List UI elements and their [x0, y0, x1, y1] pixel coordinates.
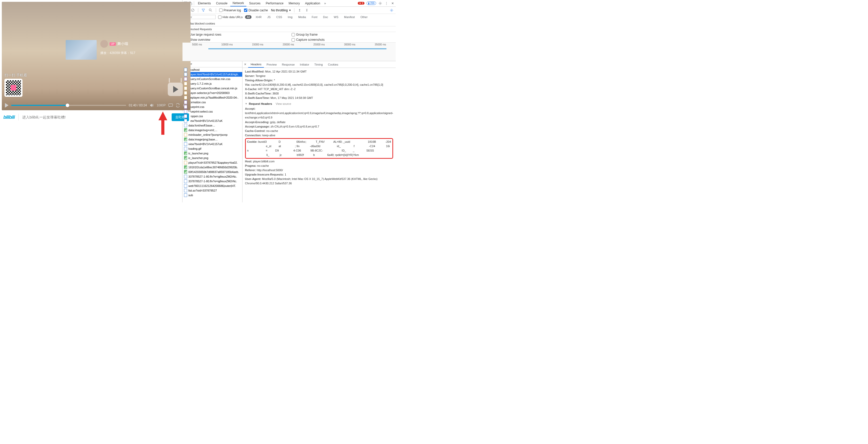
info-badge[interactable]: ▮ 266	[367, 2, 376, 5]
filter-ws[interactable]: WS	[332, 15, 340, 19]
request-row[interactable]: view?bvid=BV1Vv41157uK	[183, 142, 242, 146]
detail-tab-cookies[interactable]: Cookies	[326, 62, 341, 67]
detail-tab-initiator[interactable]: Initiator	[297, 62, 312, 67]
disable-cache-checkbox[interactable]: Disable cache	[244, 8, 268, 12]
request-row[interactable]: liteplayer.min.js?lastModified=2020-04-.	[183, 95, 242, 100]
headers-content[interactable]: Last-Modified: Mon, 12 Apr 2021 03:11:34…	[243, 68, 396, 202]
screenshots-checkbox[interactable]: Capture screenshots	[291, 38, 393, 41]
request-row[interactable]: ic_launcher.png	[183, 156, 242, 160]
filter-icon[interactable]	[202, 8, 206, 12]
file-icon	[184, 105, 187, 109]
tab-memory[interactable]: Memory	[286, 1, 302, 6]
detail-tab-response[interactable]: Response	[279, 62, 297, 67]
request-name: 337878527-1-80.flv?e=ig8euxZM2rNc.	[188, 180, 237, 183]
request-row[interactable]: ic_launcher.png	[183, 151, 242, 156]
request-row[interactable]: localhost	[183, 67, 242, 72]
tab-console[interactable]: Console	[214, 1, 230, 6]
quality-button[interactable]: 1080P	[157, 103, 166, 108]
request-row[interactable]: view?bvid=BV1Vv41157uK	[183, 118, 242, 123]
bilibili-logo[interactable]: bilibili	[3, 114, 15, 120]
show-overview-checkbox[interactable]: Show overview	[185, 38, 287, 41]
request-headers-section[interactable]: Request HeadersView source	[245, 102, 393, 106]
big-play-button[interactable]	[168, 82, 183, 96]
filter-manifest[interactable]: Manifest	[342, 15, 356, 19]
filter-css[interactable]: CSS	[275, 15, 284, 19]
request-row[interactable]: data:font/woff;base…	[183, 123, 242, 128]
tab-network[interactable]: Network	[230, 0, 246, 6]
clear-icon[interactable]	[191, 8, 195, 12]
request-row[interactable]: list.so?oid=337878527	[183, 188, 242, 193]
danmu-input[interactable]	[22, 115, 172, 119]
danmu-icon[interactable]	[168, 103, 173, 108]
file-icon	[184, 72, 187, 76]
svg-rect-0	[168, 104, 173, 106]
devtools-tabs: Elements Console Network Sources Perform…	[183, 0, 396, 7]
detail-tab-preview[interactable]: Preview	[264, 62, 279, 67]
request-row[interactable]: sub	[183, 193, 242, 198]
download-icon[interactable]: ↧	[305, 8, 309, 12]
request-row[interactable]: player-selector.js?ver=20200903	[183, 91, 242, 95]
network-body: Name localhostplayer.html?bvid=BV1Vv4115…	[183, 61, 396, 202]
hide-data-urls-checkbox[interactable]: Hide data URLs	[218, 15, 243, 19]
request-row[interactable]: blueprint-select.css	[183, 109, 242, 114]
tab-application[interactable]: Application	[303, 1, 322, 6]
loop-icon[interactable]	[176, 103, 180, 108]
volume-icon[interactable]	[149, 103, 154, 108]
request-row[interactable]: jquery.mCustomScrollbar.min.css	[183, 77, 242, 81]
preserve-log-checkbox[interactable]: Preserve log	[219, 8, 241, 12]
filter-xhr[interactable]: XHR	[254, 15, 263, 19]
request-row[interactable]: cropper.css	[183, 114, 242, 118]
filter-media[interactable]: Media	[297, 15, 308, 19]
tab-elements[interactable]: Elements	[196, 1, 213, 6]
group-frame-checkbox[interactable]: Group by frame	[291, 33, 393, 36]
request-row[interactable]: blueprint.css	[183, 105, 242, 109]
play-button[interactable]	[5, 103, 8, 108]
gear-icon[interactable]	[378, 1, 382, 5]
more-tabs-icon[interactable]: »	[323, 1, 327, 5]
header-row: X-Swift-CacheTime: 3600	[245, 91, 393, 96]
search-icon[interactable]	[209, 8, 213, 12]
kebab-icon[interactable]: ⋮	[384, 1, 389, 5]
qr-code[interactable]	[4, 79, 23, 97]
video-stats: 播放：428359 弹幕：517	[100, 51, 135, 55]
timeline-overview[interactable]: 5000 ms 10000 ms 15000 ms 20000 ms 25000…	[183, 43, 396, 61]
request-name: jquery.mCustomScrollbar.min.css	[188, 77, 230, 80]
uploader-name[interactable]: 舞小喵	[117, 41, 128, 46]
throttling-select[interactable]: No throttling ▼	[271, 8, 291, 12]
filter-all[interactable]: All	[245, 15, 251, 19]
name-column-header[interactable]: Name	[183, 61, 242, 67]
request-row[interactable]: player.html?bvid=BV1Vv41157uK&high.	[183, 72, 242, 77]
close-icon[interactable]: ✕	[391, 1, 395, 5]
tab-sources[interactable]: Sources	[247, 1, 263, 6]
request-row[interactable]: miniloader_online?jsonp=jsonp	[183, 132, 242, 137]
request-row[interactable]: playurl?cid=337878527&appkey=ba02.	[183, 160, 242, 165]
filter-font[interactable]: Font	[310, 15, 319, 19]
upload-icon[interactable]: ↥	[298, 8, 302, 12]
request-row[interactable]: data:image/svg+xml;…	[183, 128, 242, 132]
filter-img[interactable]: Img	[286, 15, 294, 19]
detail-tab-timing[interactable]: Timing	[312, 62, 326, 67]
request-row[interactable]: web?001111621264200686|outer|HT.	[183, 183, 242, 188]
progress-bar[interactable]	[11, 105, 126, 106]
close-detail-icon[interactable]: ✕	[243, 63, 248, 66]
video-player[interactable]: 扫一扫 手机看 UP 舞小喵 播放：428359 弹幕：517	[2, 2, 190, 110]
request-row[interactable]: normalize.css	[183, 100, 242, 105]
request-row[interactable]: 337878527-1-80.flv?e=ig8euxZM2rNc.	[183, 179, 242, 183]
error-badge[interactable]: ✕ 1	[358, 2, 365, 5]
tab-performance[interactable]: Performance	[264, 1, 286, 6]
large-rows-checkbox[interactable]: Use large request rows	[185, 33, 287, 36]
request-row[interactable]: jquery.mCustomScrollbar.concat.min.js	[183, 86, 242, 91]
request-row[interactable]: data:image/png;base…	[183, 137, 242, 142]
request-row[interactable]: 18181f2cda1e86ec30748fd50d29920b.	[183, 165, 242, 170]
request-row[interactable]: 337878527-1-80.flv?e=ig8euxZM2rNc.	[183, 174, 242, 179]
detail-tab-headers[interactable]: Headers	[248, 62, 264, 68]
request-row[interactable]: 00f14203050b7d88837a8597185b4aeb.	[183, 170, 242, 174]
request-row[interactable]: jquery-1.7.2.min.js	[183, 81, 242, 86]
timeline-label: 30000 ms	[344, 43, 355, 46]
filter-js[interactable]: JS	[266, 15, 272, 19]
filter-doc[interactable]: Doc	[321, 15, 330, 19]
network-settings-icon[interactable]	[390, 8, 394, 12]
filter-other[interactable]: Other	[359, 15, 369, 19]
uploader-avatar[interactable]	[100, 40, 108, 48]
request-row[interactable]: loading.gif	[183, 146, 242, 151]
